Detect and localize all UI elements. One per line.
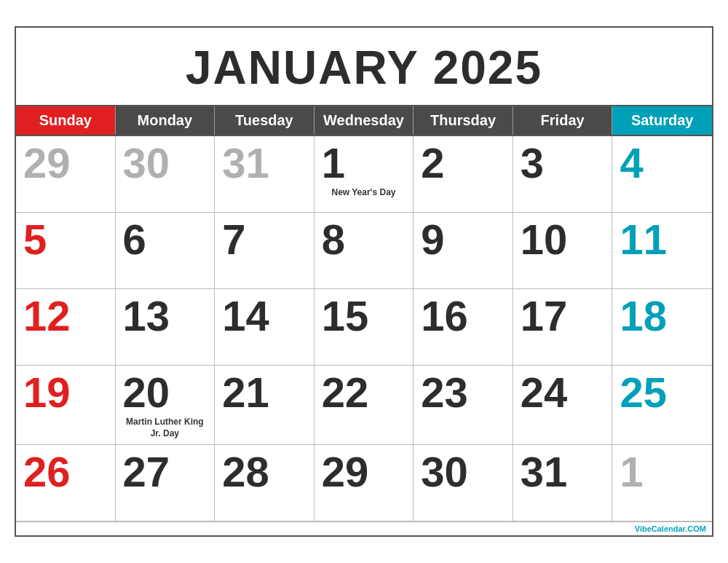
- day-number: 1: [322, 142, 406, 184]
- day-cell: 24: [513, 366, 613, 444]
- day-cell: 26: [16, 445, 116, 521]
- brand-text: VibeCalendar.COM: [635, 524, 706, 533]
- day-number: 29: [23, 139, 71, 186]
- day-cell: 17: [513, 289, 613, 366]
- day-cell: 29: [314, 445, 414, 521]
- day-number: 12: [23, 292, 71, 339]
- day-number: 18: [620, 292, 667, 339]
- day-cell: 30: [116, 136, 215, 213]
- header-cell-saturday: Saturday: [612, 106, 712, 135]
- calendar: JANUARY 2025 SundayMondayTuesdayWednesda…: [15, 26, 713, 536]
- day-number: 31: [521, 448, 568, 495]
- day-number: 7: [222, 216, 245, 263]
- header-cell-friday: Friday: [513, 106, 613, 135]
- day-cell: 27: [116, 445, 215, 521]
- day-number: 9: [421, 216, 444, 263]
- day-number: 30: [421, 448, 468, 495]
- day-number: 15: [322, 292, 369, 339]
- header-cell-monday: Monday: [116, 106, 215, 135]
- day-cell: 16: [414, 289, 513, 366]
- day-cell: 9: [414, 213, 513, 289]
- day-cell: 18: [612, 289, 712, 366]
- day-number: 30: [123, 139, 170, 186]
- day-number: 6: [123, 216, 146, 263]
- day-number: 29: [322, 448, 369, 495]
- day-cell: 31: [215, 136, 314, 213]
- day-number: 28: [222, 448, 269, 495]
- day-cell: 5: [16, 213, 116, 289]
- day-number: 26: [23, 448, 71, 495]
- day-cell: 31: [513, 445, 613, 521]
- day-number: 13: [123, 292, 170, 339]
- day-cell: 21: [215, 366, 314, 444]
- holiday-label: New Year's Day: [322, 187, 406, 199]
- day-cell: 19: [16, 366, 116, 444]
- day-cell: 6: [116, 213, 215, 289]
- day-cell: 23: [414, 366, 513, 444]
- day-number: 22: [322, 369, 369, 416]
- day-cell: 13: [116, 289, 215, 366]
- header-cell-tuesday: Tuesday: [215, 106, 314, 135]
- day-number: 16: [421, 292, 468, 339]
- day-cell: 12: [16, 289, 116, 366]
- day-cell: 3: [513, 136, 613, 213]
- day-number: 14: [222, 292, 269, 339]
- day-number: 11: [620, 216, 667, 263]
- day-cell: 11: [612, 213, 712, 289]
- day-cell: 30: [414, 445, 513, 521]
- day-number: 17: [521, 292, 568, 339]
- day-number: 20: [123, 371, 207, 414]
- calendar-header: SundayMondayTuesdayWednesdayThursdayFrid…: [16, 106, 712, 136]
- day-cell: 1: [612, 445, 712, 521]
- day-cell: 10: [513, 213, 613, 289]
- day-number: 25: [620, 369, 667, 416]
- day-cell: 14: [215, 289, 314, 366]
- header-cell-thursday: Thursday: [414, 106, 513, 135]
- calendar-title: JANUARY 2025: [16, 28, 712, 106]
- day-cell: 7: [215, 213, 314, 289]
- day-number: 2: [421, 139, 444, 186]
- day-number: 19: [23, 369, 71, 416]
- day-cell: 25: [612, 366, 712, 444]
- day-cell: 15: [314, 289, 414, 366]
- day-number: 8: [322, 216, 345, 263]
- day-cell: 20Martin Luther King Jr. Day: [116, 366, 215, 444]
- day-number: 1: [620, 448, 643, 495]
- day-number: 24: [521, 369, 568, 416]
- day-number: 27: [123, 448, 170, 495]
- day-cell: 8: [314, 213, 414, 289]
- header-cell-sunday: Sunday: [16, 106, 116, 135]
- day-cell: 29: [16, 136, 116, 213]
- day-number: 5: [23, 216, 47, 263]
- day-cell: 22: [314, 366, 414, 444]
- day-cell: 28: [215, 445, 314, 521]
- footer-brand: VibeCalendar.COM: [16, 521, 712, 535]
- day-number: 10: [521, 216, 568, 263]
- day-cell: 2: [414, 136, 513, 213]
- day-number: 4: [620, 139, 643, 186]
- header-cell-wednesday: Wednesday: [314, 106, 414, 135]
- day-number: 31: [222, 139, 269, 186]
- day-cell: 1New Year's Day: [314, 136, 414, 213]
- day-number: 23: [421, 369, 468, 416]
- day-number: 21: [222, 369, 269, 416]
- day-number: 3: [521, 139, 544, 186]
- holiday-label: Martin Luther King Jr. Day: [123, 417, 207, 439]
- calendar-grid: 2930311New Year's Day2345678910111213141…: [16, 136, 712, 521]
- day-cell: 4: [612, 136, 712, 213]
